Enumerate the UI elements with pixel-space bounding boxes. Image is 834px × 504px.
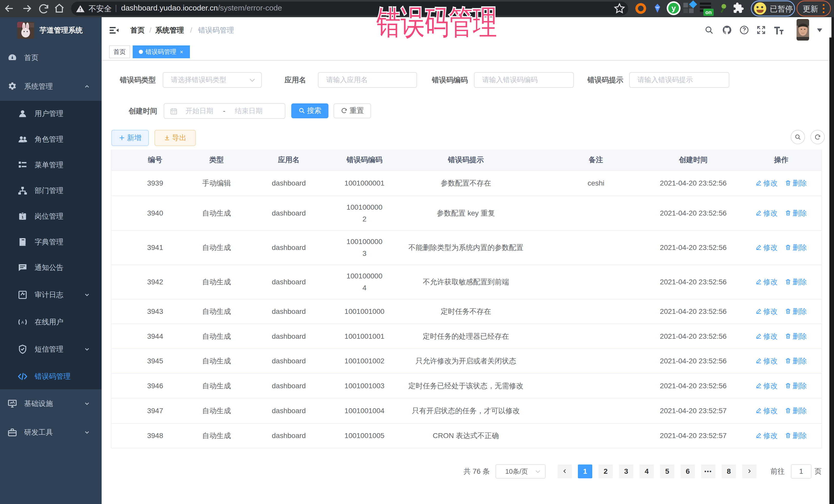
svg-text:错误码管理: 错误码管理 bbox=[376, 4, 497, 41]
svg-text:1: 1 bbox=[22, 215, 24, 219]
svg-text:A: A bbox=[21, 320, 24, 324]
